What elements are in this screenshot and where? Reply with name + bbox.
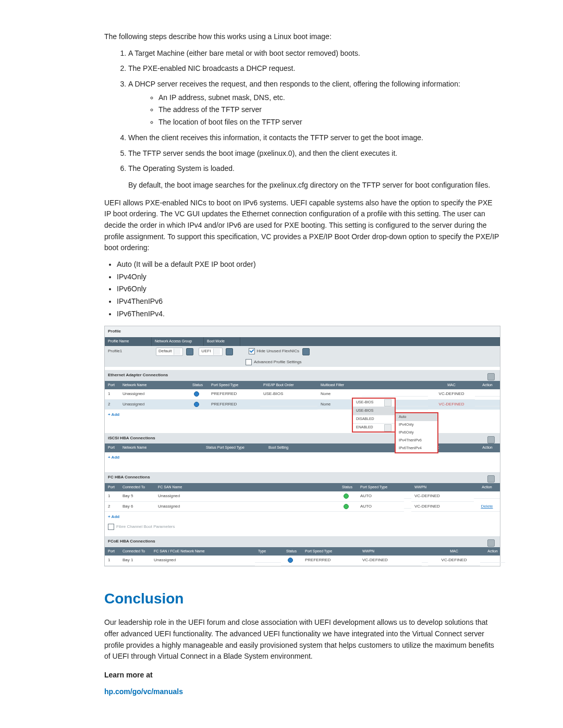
add-ethernet-button[interactable]: + Add <box>105 410 500 420</box>
boot-order-option: Auto (It will be a default PXE IP boot o… <box>117 259 500 270</box>
boot-mode-header: Boot Mode <box>204 337 240 346</box>
iscsi-header-row: Port Network Name Status Port Speed Type… <box>105 443 500 452</box>
ethernet-panel-title: Ethernet Adapter Connections <box>105 370 500 380</box>
status-icon <box>194 402 199 407</box>
col-status: Status <box>187 381 208 390</box>
status-icon <box>288 558 293 563</box>
boot-order-option: IPv6Only <box>117 283 500 295</box>
collapse-icon[interactable] <box>487 436 495 443</box>
chevron-down-icon <box>174 349 180 355</box>
learn-more-link[interactable]: hp.com/go/vc/manuals <box>104 687 183 696</box>
status-icon <box>344 493 349 499</box>
table-row: 1 Bay 1 Unassigned PREFERRED VC-DEFINED … <box>105 556 500 565</box>
status-icon <box>194 391 199 397</box>
boot-mode-action-icon[interactable] <box>226 348 233 355</box>
profile-name-header: Profile Name <box>105 337 152 346</box>
boot-order-option: IPv4Only <box>117 272 500 283</box>
boot-order-option: IPv6ThenIPv4. <box>117 309 500 320</box>
advanced-profile-settings-checkbox[interactable]: Advanced Profile Settings <box>246 359 302 366</box>
collapse-icon[interactable] <box>487 373 495 380</box>
step-sub-item: The location of boot files on the TFTP s… <box>158 117 500 128</box>
chevron-down-icon <box>384 399 391 406</box>
checkbox-icon <box>108 524 114 530</box>
step-text: A DHCP server receives the request, and … <box>128 80 460 88</box>
pxe-boot-order-dropdown[interactable]: USE-BIOS USE-BIOS DISABLED ENABLED <box>352 398 396 433</box>
add-fc-hba-button[interactable]: + Add <box>105 512 500 522</box>
iscsi-panel-title: iSCSI HBA Connections <box>105 433 500 443</box>
intro-paragraph: The following steps describe how this wo… <box>104 31 500 43</box>
learn-more-label: Learn more at <box>104 670 500 681</box>
status-icon <box>344 504 349 509</box>
col-pxe-boot-order: PXE/IP Boot Order <box>260 381 317 390</box>
conclusion-heading: Conclusion <box>104 587 500 610</box>
fc-header-row: Port Connected To FC SAN Name Status Por… <box>105 483 500 492</box>
delete-link[interactable]: Delete <box>481 504 493 509</box>
step-text: The PXE-enabled NIC broadcasts a DHCP re… <box>128 64 295 72</box>
step-text: A Target Machine (either bare metal or w… <box>128 49 360 57</box>
add-iscsi-button[interactable]: + Add <box>105 452 500 463</box>
profile-name-value[interactable]: Profile1 <box>108 348 156 354</box>
fcoe-header-row: Port Connected To FC SAN / FCoE Network … <box>105 547 500 556</box>
nag-action-icon[interactable] <box>186 348 193 355</box>
ethernet-header-row: Port Network Name Status Port Speed Type… <box>105 381 500 390</box>
checkbox-icon <box>246 359 252 365</box>
step-text: The Operating System is loaded. <box>128 164 235 172</box>
boot-order-option: IPv4ThenIPv6 <box>117 296 500 307</box>
pxe-ip-order-dropdown[interactable]: Auto IPv4Only IPv6Only IPv4ThenIPv6 IPv6… <box>395 412 438 453</box>
hide-unused-action-icon[interactable] <box>302 348 310 355</box>
step-item: When the client receives this informatio… <box>128 132 500 144</box>
profile-column-header: Profile Name Network Access Group Boot M… <box>105 337 500 346</box>
uefi-paragraph: UEFI allows PXE-enabled NICs to boot on … <box>104 198 500 254</box>
col-network-name: Network Name <box>119 381 187 390</box>
network-access-group-header: Network Access Group <box>152 337 204 346</box>
chevron-right-icon <box>384 424 391 431</box>
hide-unused-flexnics-checkbox[interactable]: Hide Unused FlexNICs <box>249 348 299 355</box>
note-after-steps: By default, the boot image searches for … <box>128 180 500 191</box>
conclusion-body: Our leadership role in the UEFI forum an… <box>104 617 500 662</box>
boot-mode-select[interactable]: UEFI <box>199 348 222 356</box>
profile-input-row: Profile1 Default UEFI Hide Unused FlexNI… <box>105 346 500 357</box>
checkbox-icon <box>249 348 255 354</box>
vc-profile-screenshot: Profile Profile Name Network Access Grou… <box>104 326 500 566</box>
col-port-speed-type: Port Speed Type <box>208 381 260 390</box>
collapse-icon[interactable] <box>487 539 495 547</box>
col-action: Action <box>475 381 500 390</box>
fc-hba-panel-title: FC HBA Connections <box>105 472 500 483</box>
collapse-icon[interactable] <box>487 475 495 483</box>
table-row: 2 Bay 6 Unassigned AUTO VC-DEFINED Delet… <box>105 502 500 512</box>
network-access-group-select[interactable]: Default <box>156 348 183 356</box>
chevron-down-icon <box>213 349 220 355</box>
boot-order-options: Auto (It will be a default PXE IP boot o… <box>107 259 500 319</box>
step-sublist: An IP address, subnet mask, DNS, etc. Th… <box>145 92 500 128</box>
fc-boot-params-checkbox[interactable]: Fibre Channel Boot Parameters <box>108 524 175 529</box>
step-text: When the client receives this informatio… <box>128 133 423 142</box>
col-mac: MAC <box>428 381 475 390</box>
table-row: 2 Unassigned PREFERRED None VC-DEFINED <box>105 400 500 410</box>
step-item: A DHCP server receives the request, and … <box>128 79 500 128</box>
step-item: A Target Machine (either bare metal or w… <box>128 48 500 59</box>
fcoe-panel-title: FCoE HBA Connections <box>105 536 500 547</box>
col-multicast-filter: Multicast Filter <box>317 381 362 390</box>
step-text: The TFTP server sends the boot image (px… <box>128 149 397 157</box>
step-item: The PXE-enabled NIC broadcasts a DHCP re… <box>128 63 500 75</box>
steps-list: A Target Machine (either bare metal or w… <box>104 48 500 175</box>
table-row: 1 Unassigned PREFERRED USE-BIOS None VC-… <box>105 389 500 399</box>
step-item: The TFTP server sends the boot image (px… <box>128 148 500 159</box>
step-sub-item: An IP address, subnet mask, DNS, etc. <box>158 92 500 104</box>
step-sub-item: The address of the TFTP server <box>158 104 500 116</box>
profile-panel-title: Profile <box>105 326 500 337</box>
col-port: Port <box>105 381 119 390</box>
advanced-profile-settings-row: Advanced Profile Settings <box>105 357 500 367</box>
step-item: The Operating System is loaded. <box>128 163 500 175</box>
table-row: 1 Bay 5 Unassigned AUTO VC-DEFINED <box>105 491 500 501</box>
